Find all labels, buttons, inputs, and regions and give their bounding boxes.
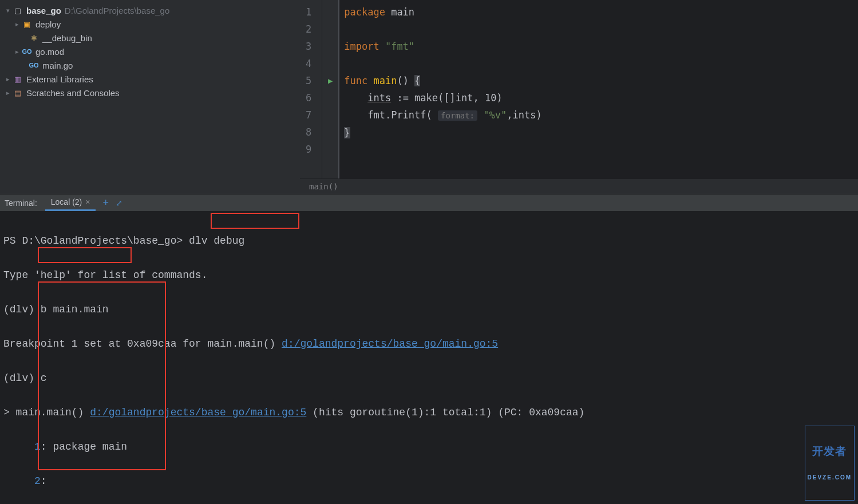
tree-item-maingo[interactable]: GO main.go bbox=[0, 58, 300, 72]
chevron-down-icon[interactable] bbox=[3, 7, 13, 14]
terminal-title: Terminal: bbox=[5, 199, 37, 208]
term-text: PS D:\GolandProjects\base_go> bbox=[3, 235, 183, 247]
library-icon: ▥ bbox=[13, 74, 23, 84]
line-number: 7 bbox=[306, 106, 311, 124]
line-number: 6 bbox=[306, 89, 311, 106]
annotation-box bbox=[38, 247, 132, 263]
go-file-icon: GO bbox=[22, 46, 32, 57]
editor: 1 2 3 4 5 6 7 8 9 ▶ package main import … bbox=[300, 0, 858, 194]
code-token: := make([]int, bbox=[391, 92, 485, 104]
code-token: ,ints) bbox=[507, 109, 541, 121]
chevron-right-icon[interactable] bbox=[3, 89, 13, 97]
line-number: 4 bbox=[306, 55, 311, 72]
line-number: 5 bbox=[306, 72, 311, 89]
breadcrumb[interactable]: main() bbox=[300, 178, 858, 194]
code-token: ints bbox=[367, 92, 391, 104]
annotation-box bbox=[211, 213, 299, 229]
code-area[interactable]: package main import "fmt" func main() { … bbox=[338, 0, 858, 178]
tree-external-libraries[interactable]: ▥ External Libraries bbox=[0, 72, 300, 86]
tree-item-gomod[interactable]: GO go.mod bbox=[0, 45, 300, 58]
term-text: Type 'help' for list of commands. bbox=[3, 269, 207, 281]
inlay-hint: format: bbox=[438, 110, 477, 121]
terminal-tab-local[interactable]: Local (2) × bbox=[45, 195, 96, 211]
tab-label: Local (2) bbox=[51, 197, 82, 207]
terminal-body[interactable]: PS D:\GolandProjects\base_go> dlv debug … bbox=[0, 212, 858, 504]
breadcrumb-item: main() bbox=[309, 182, 338, 191]
line-number: 2 bbox=[306, 21, 311, 38]
deploy-folder-icon: ▣ bbox=[22, 19, 32, 29]
close-icon[interactable]: × bbox=[85, 197, 90, 207]
line-number: 1 bbox=[306, 3, 311, 21]
src-text: package main bbox=[47, 441, 127, 453]
project-name: base_go bbox=[26, 6, 61, 15]
code-token: } bbox=[344, 127, 350, 138]
src-lineno: 2 bbox=[34, 475, 41, 487]
code-token: ) bbox=[496, 92, 502, 104]
tree-label: deploy bbox=[35, 19, 61, 29]
editor-gutter[interactable]: 1 2 3 4 5 6 7 8 9 bbox=[300, 0, 322, 178]
tree-item-deploy[interactable]: ▣ deploy bbox=[0, 17, 300, 31]
tree-label: Scratches and Consoles bbox=[26, 88, 120, 98]
term-text: (dlv) bbox=[3, 304, 34, 315]
code-token: import bbox=[344, 41, 379, 52]
tree-label: __debug_bin bbox=[42, 33, 92, 43]
terminal-tabs: Terminal: Local (2) × + ⤢ bbox=[0, 195, 858, 212]
file-link[interactable]: d:/golandprojects/base_go/main.go:5 bbox=[282, 338, 498, 350]
term-text: > main.main() bbox=[3, 407, 90, 418]
project-tree[interactable]: ▢ base_go D:\GolandProjects\base_go ▣ de… bbox=[0, 0, 300, 194]
chevron-right-icon[interactable] bbox=[3, 76, 13, 83]
star-icon: ✱ bbox=[29, 33, 39, 43]
term-text: b main.main bbox=[34, 304, 109, 315]
expand-icon[interactable]: ⤢ bbox=[116, 199, 122, 208]
chevron-right-icon[interactable] bbox=[13, 48, 22, 55]
tree-label: External Libraries bbox=[26, 74, 93, 84]
folder-icon: ▢ bbox=[13, 5, 23, 15]
code-token: "fmt" bbox=[379, 41, 414, 52]
go-file-icon: GO bbox=[29, 60, 39, 70]
line-number: 8 bbox=[306, 124, 311, 141]
watermark: 开发者 DEVZE.COM bbox=[805, 426, 855, 501]
add-terminal-icon[interactable]: + bbox=[102, 197, 109, 209]
line-number: 3 bbox=[306, 38, 311, 55]
tree-scratches[interactable]: ▤ Scratches and Consoles bbox=[0, 86, 300, 100]
line-number: 9 bbox=[306, 141, 311, 158]
run-gutter-icon[interactable]: ▶ bbox=[322, 72, 338, 89]
term-text: (hits goroutine(1):1 total:1) (PC: 0xa09… bbox=[306, 407, 584, 418]
term-text: Breakpoint 1 set at 0xa09caa for main.ma… bbox=[3, 338, 282, 350]
code-token: fmt.Printf( bbox=[367, 109, 438, 121]
code-token: package bbox=[344, 6, 385, 18]
code-token: func bbox=[344, 75, 373, 86]
tree-item-debug-bin[interactable]: ✱ __debug_bin bbox=[0, 31, 300, 45]
project-path: D:\GolandProjects\base_go bbox=[65, 6, 169, 15]
gutter-markers: ▶ bbox=[322, 0, 338, 178]
tree-label: go.mod bbox=[35, 47, 64, 57]
term-text: (dlv) bbox=[3, 372, 34, 384]
code-token: main bbox=[385, 6, 414, 18]
tree-label: main.go bbox=[42, 61, 73, 70]
code-token: main bbox=[373, 75, 397, 86]
src-lineno: 1 bbox=[34, 441, 41, 453]
file-link[interactable]: d:/golandprojects/base_go/main.go:5 bbox=[90, 407, 306, 418]
tree-project-root[interactable]: ▢ base_go D:\GolandProjects\base_go bbox=[0, 3, 300, 17]
term-text: dlv debug bbox=[183, 235, 244, 247]
chevron-right-icon[interactable] bbox=[13, 21, 22, 28]
code-token: 10 bbox=[485, 92, 496, 104]
scratch-icon: ▤ bbox=[13, 88, 23, 98]
term-text: c bbox=[34, 372, 47, 384]
code-token: "%v" bbox=[477, 109, 507, 121]
code-token: () bbox=[397, 75, 414, 86]
